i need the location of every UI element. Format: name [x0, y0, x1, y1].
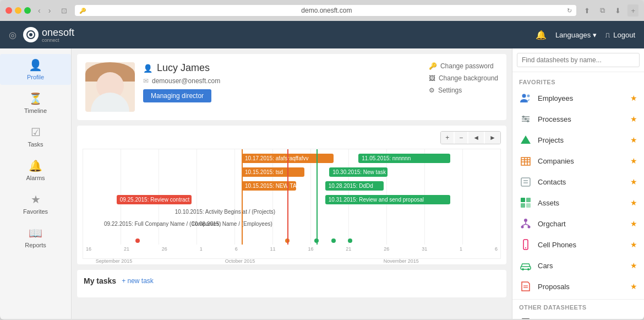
datasheet-item-companies[interactable]: Companies ★	[512, 150, 644, 171]
minimize-dot[interactable]	[15, 7, 21, 14]
datasheet-item-proposals[interactable]: Proposals ★	[512, 276, 644, 297]
date-label: 1	[200, 246, 203, 252]
employees-label: Employees	[538, 94, 625, 102]
svg-rect-22	[526, 203, 531, 208]
svg-rect-16	[521, 178, 530, 186]
main-layout: 👤 Profile ⏳ Timeline ☑ Tasks 🔔 Alarms ★	[0, 48, 644, 319]
proposals-star[interactable]: ★	[630, 282, 637, 291]
sidebar-item-label: Reports	[25, 242, 46, 248]
employees-star[interactable]: ★	[630, 94, 637, 102]
target-icon: ◎	[9, 30, 17, 40]
processes-star[interactable]: ★	[630, 115, 637, 123]
close-dot[interactable]	[6, 7, 12, 14]
datasheet-item-contacts[interactable]: Contacts ★	[512, 171, 644, 192]
gantt-prev[interactable]: ◄	[468, 132, 484, 144]
bell-icon[interactable]: 🔔	[536, 30, 547, 40]
profile-card: 👤 Lucy James ✉ demouser@onesft.com Manag…	[77, 54, 506, 120]
search-input[interactable]	[517, 53, 640, 67]
date-label: 16	[86, 246, 91, 252]
new-tab-button[interactable]: +	[627, 4, 638, 17]
svg-point-33	[527, 268, 530, 270]
profile-icon: 👤	[29, 58, 42, 72]
refresh-icon[interactable]: ↻	[567, 7, 572, 14]
grid-col	[273, 149, 311, 245]
svg-line-27	[522, 224, 526, 226]
content-area: 👤 Lucy James ✉ demouser@onesft.com Manag…	[72, 48, 512, 319]
datasheet-item-assets[interactable]: Assets ★	[512, 192, 644, 213]
role-button[interactable]: Managing director	[143, 89, 211, 102]
profile-name: Lucy James	[157, 62, 210, 74]
tab-view-button[interactable]: ⊡	[58, 6, 70, 16]
download-button[interactable]: ⬇	[612, 4, 624, 17]
profile-info: 👤 Lucy James ✉ demouser@onesft.com Manag…	[143, 62, 421, 102]
cellphones-star[interactable]: ★	[630, 240, 637, 249]
task-bar[interactable]: 10.15.2015: tsd	[242, 167, 304, 177]
task-bar[interactable]: 10.28.2015: DdDd	[325, 181, 384, 191]
task-bar[interactable]: 10.30.2015: New task	[329, 167, 388, 177]
task-label: 10.08.2015: Name / (Employees)	[192, 221, 296, 227]
date-label: 21	[346, 246, 351, 252]
datasheet-item-cellphones[interactable]: Cell Phones ★	[512, 234, 644, 255]
languages-dropdown[interactable]: Languages ▾	[555, 31, 597, 39]
forward-button[interactable]: ›	[46, 5, 54, 16]
task-bar[interactable]: 10.31.2015: Review and send proposal	[325, 195, 450, 204]
sidebar-item-favorites[interactable]: ★ Favorites	[0, 188, 71, 219]
brand-logo	[23, 27, 39, 42]
sidebar-item-reports[interactable]: 📖 Reports	[0, 222, 71, 253]
settings-label: Settings	[438, 86, 462, 94]
datasheet-item-employees[interactable]: Employees ★	[512, 88, 644, 109]
duplicate-button[interactable]: ⧉	[597, 4, 608, 17]
dot-marker	[331, 238, 336, 243]
contacts-star[interactable]: ★	[630, 177, 637, 186]
task-bar[interactable]: 11.05.2015: nnnnnn	[358, 154, 450, 163]
datasheet-item-contracts[interactable]: Contracts ★	[512, 313, 644, 319]
datasheet-item-cars[interactable]: Cars ★	[512, 255, 644, 276]
projects-star[interactable]: ★	[630, 135, 637, 144]
companies-icon	[519, 154, 532, 167]
change-background-link[interactable]: 🖼 Change background	[429, 74, 498, 82]
date-label: 6	[235, 246, 238, 252]
orgchart-star[interactable]: ★	[630, 219, 637, 228]
profile-name-row: 👤 Lucy James	[143, 62, 421, 74]
companies-label: Companies	[538, 157, 625, 165]
sidebar-item-alarms[interactable]: 🔔 Alarms	[0, 155, 71, 186]
gantt-zoom-out[interactable]: −	[455, 132, 467, 144]
datasheet-item-orgchart[interactable]: Orgchart ★	[512, 213, 644, 234]
svg-point-8	[525, 118, 527, 120]
sidebar-item-label: Profile	[27, 74, 44, 80]
browser-dots	[6, 7, 31, 14]
grid-col	[235, 149, 273, 245]
companies-star[interactable]: ★	[630, 156, 637, 165]
sidebar-item-profile[interactable]: 👤 Profile	[0, 54, 71, 85]
settings-link[interactable]: ⚙ Settings	[429, 86, 462, 94]
datasheet-item-processes[interactable]: Processes ★	[512, 109, 644, 129]
brand-sub: connect	[42, 37, 74, 43]
dot-marker	[348, 238, 352, 243]
logout-label: Logout	[613, 31, 635, 39]
logout-button[interactable]: ⎍ Logout	[605, 31, 635, 39]
back-button[interactable]: ‹	[35, 5, 43, 16]
url-bar[interactable]: 🔑 demo.onesft.com ↻	[75, 5, 576, 16]
date-label: 21	[124, 246, 129, 252]
sidebar-item-timeline[interactable]: ⏳ Timeline	[0, 88, 71, 118]
cars-label: Cars	[538, 262, 625, 270]
date-label: 16	[308, 246, 313, 252]
svg-point-3	[527, 95, 530, 97]
cars-star[interactable]: ★	[630, 261, 637, 270]
assets-star[interactable]: ★	[630, 198, 637, 207]
gantt-next[interactable]: ►	[485, 132, 500, 144]
browser-actions: ⬆ ⧉ ⬇ +	[581, 4, 638, 17]
svg-point-25	[528, 226, 531, 229]
sidebar-item-label: Timeline	[24, 107, 47, 114]
datasheet-item-projects[interactable]: Projects ★	[512, 129, 644, 150]
share-button[interactable]: ⬆	[581, 4, 593, 17]
profile-actions: 🔑 Change password 🖼 Change background ⚙ …	[429, 62, 498, 94]
gantt-zoom-in[interactable]: +	[441, 132, 454, 144]
task-bar[interactable]: 09.25.2015: Review contract	[117, 195, 192, 204]
email-icon: ✉	[143, 77, 149, 85]
new-task-button[interactable]: + new task	[122, 277, 154, 285]
sidebar-item-tasks[interactable]: ☑ Tasks	[0, 121, 71, 152]
fullscreen-dot[interactable]	[24, 7, 31, 14]
chevron-down-icon: ▾	[593, 31, 597, 39]
change-password-link[interactable]: 🔑 Change password	[429, 62, 494, 70]
